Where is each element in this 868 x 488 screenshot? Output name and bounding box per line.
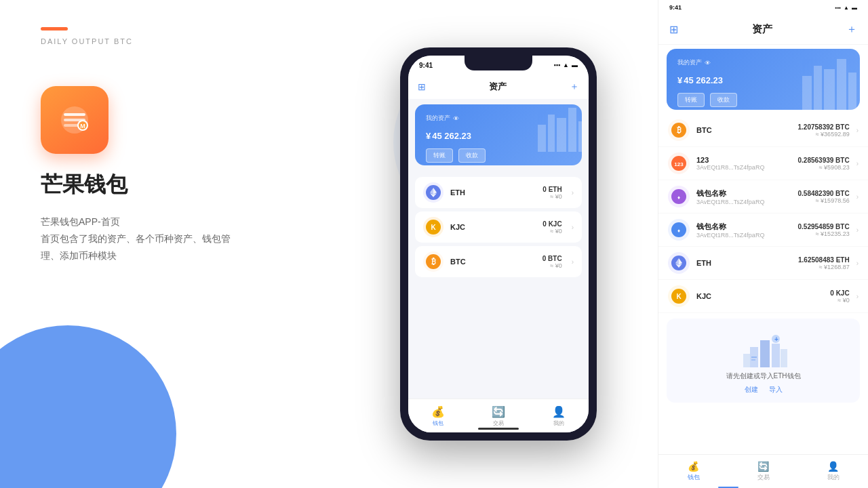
- right-status-icons: ▪▪▪ ▲ ▬: [835, 5, 857, 11]
- svg-rect-23: [848, 73, 856, 110]
- eth-prompt: + 请先创建或导入ETH钱包 创建 导入: [667, 319, 860, 403]
- right-asset-label-text: 我的资产: [677, 58, 702, 67]
- mine-nav-label: 我的: [553, 420, 564, 427]
- right-nav-trade[interactable]: 🔄 交易: [757, 461, 770, 482]
- svg-text:K: K: [676, 293, 682, 300]
- wallet-nav-label: 钱包: [433, 420, 443, 427]
- svg-rect-8: [557, 118, 566, 152]
- kjc-value: ≈ ¥0: [542, 228, 561, 235]
- right-coin-wallet2[interactable]: ♦ 钱包名称 3AvEQt1R8...TsZ4fpaRQ 0.52954859 …: [658, 214, 868, 247]
- phone-coin-eth[interactable]: ETH 0 ETH ≈ ¥0 ›: [415, 177, 582, 208]
- right-header-title: 资产: [752, 23, 772, 36]
- phone-asset-card: 我的资产 👁 ¥45 262.23 转账 收款: [415, 104, 582, 165]
- svg-rect-40: [772, 344, 780, 367]
- app-icon: M: [41, 86, 108, 154]
- home-indicator: [478, 428, 519, 430]
- phone-notch: [465, 56, 532, 70]
- phone-coin-list: ETH 0 ETH ≈ ¥0 › K KJC 0 KJC ≈ ¥0: [408, 171, 589, 283]
- right-coin-kjc[interactable]: K KJC 0 KJC ≈ ¥0 ›: [658, 280, 868, 313]
- btc-value: ≈ ¥0: [542, 262, 562, 269]
- right-nav-mine[interactable]: 👤 我的: [827, 461, 840, 482]
- app-desc-line1: 芒果钱包APP-首页: [41, 214, 292, 230]
- svg-rect-10: [578, 121, 582, 152]
- right-eye-icon[interactable]: 👁: [705, 60, 711, 66]
- eth-create-link[interactable]: 创建: [745, 385, 758, 394]
- right-coin-btc[interactable]: ₿ BTC 1.20758392 BTC ≈ ¥36592.89 ›: [658, 114, 868, 147]
- kjc-right: 0 KJC ≈ ¥0: [542, 220, 561, 235]
- right-battery-icon: ▬: [852, 5, 857, 11]
- right-coin-eth[interactable]: ETH 1.62508483 ETH ≈ ¥1268.87 ›: [658, 247, 868, 280]
- phone-nav-mine[interactable]: 👤 我的: [552, 405, 566, 427]
- right-trade-nav-icon: 🔄: [757, 461, 769, 472]
- right-wallet1-info: 钱包名称 3AvEQt1R8...TsZ4fpaRQ: [696, 188, 791, 205]
- right-wallet1-name: 钱包名称: [696, 188, 791, 199]
- right-btc-values: 1.20758392 BTC ≈ ¥36592.89: [797, 123, 849, 138]
- right-add-icon[interactable]: ＋: [846, 22, 857, 37]
- right-coin-wallet1[interactable]: ♦ 钱包名称 3AvEQt1R8...TsZ4fpaRQ 0.58482390 …: [658, 180, 868, 214]
- right-wallet1-values: 0.58482390 BTC ≈ ¥15978.56: [797, 190, 849, 204]
- status-icons: ▪▪▪ ▲ ▬: [554, 62, 578, 68]
- eth-prompt-text: 请先创建或导入ETH钱包: [726, 371, 801, 381]
- right-123-addr: 3AvEQt1R8...TsZ4fpaRQ: [696, 164, 791, 171]
- right-nav-wallet[interactable]: 💰 钱包: [688, 461, 700, 482]
- svg-rect-19: [802, 76, 812, 110]
- right-kjc-info: KJC: [696, 292, 823, 300]
- right-asset-label: 我的资产 👁: [677, 58, 849, 67]
- svg-text:₿: ₿: [677, 125, 682, 135]
- phone-header-title: 资产: [489, 81, 507, 93]
- right-grid-icon[interactable]: ⊞: [669, 23, 678, 36]
- right-wifi-icon: ▲: [844, 5, 849, 11]
- right-123-value: ≈ ¥5908.23: [797, 164, 849, 171]
- right-header: ⊞ 资产 ＋: [658, 15, 868, 45]
- right-123-name: 123: [696, 156, 791, 164]
- eth-right: 0 ETH ≈ ¥0: [542, 186, 561, 200]
- btc-icon: ₿: [423, 251, 443, 272]
- right-wallet2-icon: ♦: [668, 219, 690, 241]
- svg-rect-1: [64, 113, 85, 116]
- right-coin-123[interactable]: 123 123 3AvEQt1R8...TsZ4fpaRQ 0.28563939…: [658, 147, 868, 180]
- right-wallet-nav-label: 钱包: [688, 473, 700, 482]
- phone-coin-kjc[interactable]: K KJC 0 KJC ≈ ¥0 ›: [415, 211, 582, 243]
- right-kjc-name: KJC: [696, 292, 823, 300]
- phone-screen: 9:41 ▪▪▪ ▲ ▬ ⊞ 资产 ＋: [408, 56, 589, 432]
- btc-name: BTC: [450, 258, 536, 266]
- eth-name: ETH: [450, 188, 536, 197]
- phone-transfer-btn[interactable]: 转账: [426, 148, 453, 163]
- svg-rect-3: [64, 124, 79, 127]
- phone-coin-btc[interactable]: ₿ BTC 0 BTC ≈ ¥0 ›: [415, 246, 582, 277]
- mine-nav-icon: 👤: [552, 405, 566, 418]
- kjc-icon: K: [423, 217, 443, 237]
- app-name: 芒果钱包: [41, 170, 292, 200]
- eye-icon[interactable]: 👁: [453, 115, 459, 122]
- right-receive-btn[interactable]: 收款: [710, 93, 737, 107]
- right-btc-name: BTC: [696, 126, 791, 134]
- svg-text:♦: ♦: [677, 195, 680, 201]
- phone-nav-trade[interactable]: 🔄 交易: [492, 405, 505, 427]
- svg-text:+: +: [774, 336, 778, 343]
- grid-icon[interactable]: ⊞: [418, 81, 426, 92]
- btc-right: 0 BTC ≈ ¥0: [542, 255, 562, 269]
- eth-import-link[interactable]: 导入: [769, 385, 783, 394]
- btc-arrow: ›: [572, 258, 574, 266]
- phone-receive-btn[interactable]: 收款: [458, 148, 486, 163]
- svg-text:M: M: [80, 123, 85, 129]
- right-signal-icon: ▪▪▪: [835, 5, 842, 11]
- right-wallet1-arrow: ›: [856, 193, 859, 201]
- eth-amount: 0 ETH: [542, 186, 561, 193]
- add-icon[interactable]: ＋: [570, 81, 579, 93]
- right-btc-amount: 1.20758392 BTC: [797, 123, 849, 131]
- battery-icon: ▬: [572, 62, 578, 68]
- right-mine-nav-label: 我的: [827, 473, 840, 482]
- svg-rect-46: [751, 359, 755, 361]
- phone-outer: 9:41 ▪▪▪ ▲ ▬ ⊞ 资产 ＋: [400, 47, 597, 441]
- right-123-arrow: ›: [856, 160, 859, 167]
- phone-nav-wallet[interactable]: 💰 钱包: [431, 405, 445, 427]
- svg-rect-41: [743, 354, 750, 367]
- right-coin-list: ₿ BTC 1.20758392 BTC ≈ ¥36592.89 › 123 1…: [658, 114, 868, 313]
- right-eth-value: ≈ ¥1268.87: [798, 264, 850, 270]
- right-transfer-btn[interactable]: 转账: [677, 93, 705, 107]
- right-kjc-arrow: ›: [856, 293, 859, 300]
- right-eth-info: ETH: [696, 259, 791, 267]
- right-kjc-values: 0 KJC ≈ ¥0: [830, 289, 849, 304]
- right-eth-icon: [668, 252, 690, 274]
